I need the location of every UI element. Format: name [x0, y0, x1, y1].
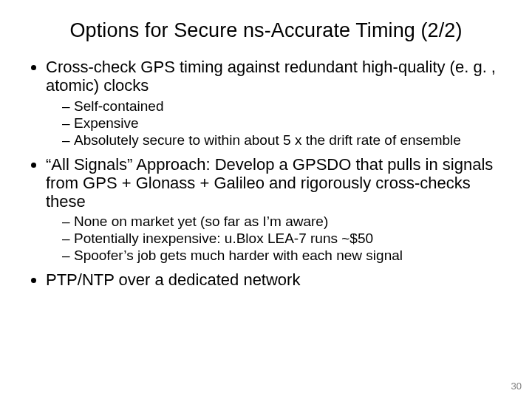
bullet-list: Cross-check GPS timing against redundant… [25, 58, 507, 290]
bullet-text: PTP/NTP over a dedicated network [46, 270, 300, 289]
slide-title: Options for Secure ns-Accurate Timing (2… [25, 19, 507, 42]
sub-bullet-item: Spoofer’s job gets much harder with each… [62, 248, 507, 264]
bullet-text: Cross-check GPS timing against redundant… [46, 58, 496, 95]
page-number: 30 [511, 381, 522, 392]
sub-bullet-list: None on market yet (so far as I’m aware)… [46, 214, 507, 264]
bullet-text: “All Signals” Approach: Develop a GPSDO … [46, 155, 493, 211]
sub-bullet-item: Expensive [62, 115, 507, 132]
slide: Options for Secure ns-Accurate Timing (2… [0, 0, 532, 399]
bullet-item: PTP/NTP over a dedicated network [46, 271, 507, 290]
bullet-item: “All Signals” Approach: Develop a GPSDO … [46, 156, 507, 265]
sub-bullet-item: None on market yet (so far as I’m aware) [62, 214, 507, 230]
bullet-item: Cross-check GPS timing against redundant… [46, 58, 507, 149]
sub-bullet-item: Self-contained [62, 98, 507, 115]
sub-bullet-list: Self-contained Expensive Absolutely secu… [46, 98, 507, 149]
sub-bullet-item: Absolutely secure to within about 5 x th… [62, 132, 507, 149]
sub-bullet-item: Potentially inexpensive: u.Blox LEA-7 ru… [62, 231, 507, 247]
